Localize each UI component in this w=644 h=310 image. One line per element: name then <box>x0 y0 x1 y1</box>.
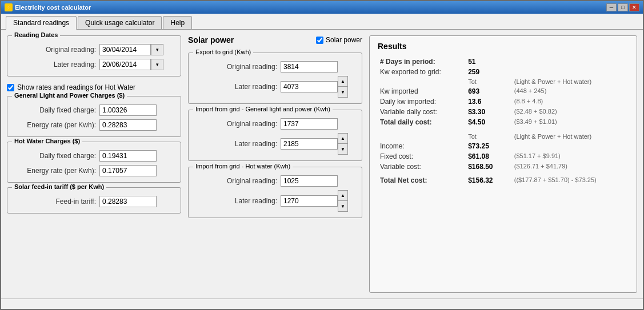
daily-fixed-charge-row: Daily fixed charge: <box>13 104 175 116</box>
solar-tariff-group: Solar feed-in tariff ($ per Kwh) Feed-in… <box>7 187 181 214</box>
hw-daily-fixed-input[interactable] <box>99 150 157 162</box>
hw-daily-fixed-label: Daily fixed charge: <box>13 152 96 160</box>
total-daily-detail: ($3.49 + $1.01) <box>512 117 629 127</box>
feed-in-row: Feed-in tariff: <box>13 196 175 207</box>
spacer-row-1 <box>378 127 629 132</box>
variable-cost-label: Variable cost: <box>378 162 466 172</box>
import-gen-later-row: Later reading: ▲ ▼ <box>194 133 356 155</box>
original-reading-date-input[interactable] <box>99 44 151 55</box>
import-gen-later-spinbuttons: ▲ ▼ <box>338 133 348 155</box>
tab-quick[interactable]: Quick usage calculator <box>78 16 162 29</box>
days-row: # Days in period: 51 <box>378 57 629 67</box>
import-hw-original-row: Original reading: <box>194 175 356 187</box>
feed-in-label: Feed-in tariff: <box>13 198 96 206</box>
fixed-cost-value: $61.08 <box>466 151 512 162</box>
hot-water-checkbox[interactable] <box>7 84 14 91</box>
solar-power-checkbox[interactable] <box>316 37 323 44</box>
hot-water-charges-label: Hot Water Charges ($) <box>12 138 82 144</box>
original-reading-calendar-button[interactable]: ▾ <box>151 44 163 55</box>
total-daily-row: Total daily cost: $4.50 ($3.49 + $1.01) <box>378 117 629 127</box>
results-table: # Days in period: 51 Kw exported to grid… <box>378 57 629 186</box>
daily-kw-detail: (8.8 + 4.8) <box>512 96 629 107</box>
hw-energy-rate-row: Energy rate (per Kwh): <box>13 165 175 176</box>
later-reading-calendar-button[interactable]: ▾ <box>151 59 163 70</box>
later-reading-label: Later reading: <box>13 61 96 69</box>
daily-kw-label: Daily kw imported: <box>378 96 466 107</box>
feed-in-input[interactable] <box>99 196 157 207</box>
original-reading-label: Original reading: <box>13 46 96 54</box>
income-row: Income: $73.25 <box>378 141 629 151</box>
fixed-cost-label: Fixed cost: <box>378 151 466 162</box>
import-hw-later-row: Later reading: ▲ ▼ <box>194 190 356 212</box>
import-gen-later-spin-up[interactable]: ▲ <box>338 134 347 144</box>
maximize-button[interactable]: □ <box>618 3 628 11</box>
energy-rate-input[interactable] <box>99 119 157 131</box>
minimize-button[interactable]: ─ <box>606 3 617 11</box>
total-net-label: Total Net cost: <box>378 175 466 186</box>
import-hw-later-input[interactable] <box>281 195 338 207</box>
tab-bar: Standard readings Quick usage calculator… <box>1 14 643 30</box>
days-value: 51 <box>466 57 512 67</box>
close-button[interactable]: ✕ <box>629 3 639 11</box>
import-gen-original-label: Original reading: <box>194 120 277 128</box>
status-bar <box>1 299 643 309</box>
export-later-spin-up[interactable]: ▲ <box>338 77 347 87</box>
main-window: ⚡ Electricity cost calculator ─ □ ✕ Stan… <box>0 0 644 310</box>
kw-imported-row: Kw imported 693 (448 + 245) <box>378 86 629 96</box>
export-group: Export to grid (Kwh) Original reading: L… <box>188 53 362 104</box>
daily-kw-row: Daily kw imported: 13.6 (8.8 + 4.8) <box>378 96 629 107</box>
hot-water-charges-group: Hot Water Charges ($) Daily fixed charge… <box>7 142 181 183</box>
later-reading-row: Later reading: ▾ <box>13 59 175 70</box>
daily-kw-value: 13.6 <box>466 96 512 107</box>
variable-daily-value: $3.30 <box>466 107 512 117</box>
title-bar-buttons: ─ □ ✕ <box>606 3 639 11</box>
kw-imported-label: Kw imported <box>378 86 466 96</box>
section-detail-header: (Light & Power + Hot water) <box>512 77 629 86</box>
window-icon: ⚡ <box>5 3 13 11</box>
solar-header: Solar power Solar power <box>188 35 362 45</box>
hot-water-checkbox-label: Show rates and readings for Hot Water <box>17 83 135 91</box>
later-reading-date-input[interactable] <box>99 59 151 70</box>
export-later-label: Later reading: <box>194 83 277 91</box>
total-net-row: Total Net cost: $156.32 (($177.87 + $51.… <box>378 175 629 186</box>
kw-exported-value: 259 <box>466 67 512 77</box>
reading-dates-label: Reading Dates <box>12 31 60 38</box>
total-daily-label: Total daily cost: <box>378 117 466 127</box>
export-label: Export to grid (Kwh) <box>193 49 253 55</box>
tab-help[interactable]: Help <box>163 16 192 29</box>
export-later-spin-down[interactable]: ▼ <box>338 87 347 97</box>
daily-fixed-charge-input[interactable] <box>99 104 157 116</box>
import-gen-later-label: Later reading: <box>194 140 277 148</box>
import-hw-label: Import from grid - Hot water (Kwh) <box>193 163 293 170</box>
general-charges-label: General Light and Power Charges ($) <box>12 92 127 99</box>
total-net-detail: (($177.87 + $51.70) - $73.25) <box>512 175 629 186</box>
import-gen-later-input[interactable] <box>281 138 338 150</box>
variable-cost-value: $168.50 <box>466 162 512 172</box>
import-hw-later-spin-down[interactable]: ▼ <box>338 201 347 211</box>
left-panel: Reading Dates Original reading: ▾ Later … <box>7 35 181 293</box>
import-hw-later-spin-up[interactable]: ▲ <box>338 191 347 201</box>
tab-standard[interactable]: Standard readings <box>6 16 77 30</box>
export-later-row: Later reading: ▲ ▼ <box>194 76 356 98</box>
days-label: # Days in period: <box>378 57 466 67</box>
import-hw-original-input[interactable] <box>281 175 338 187</box>
kw-exported-label: Kw exported to grid: <box>378 67 466 77</box>
kw-exported-row: Kw exported to grid: 259 <box>378 67 629 77</box>
window-title: Electricity cost calculator <box>15 4 606 11</box>
solar-tariff-label: Solar feed-in tariff ($ per Kwh) <box>12 183 106 190</box>
import-gen-original-input[interactable] <box>281 118 338 130</box>
variable-daily-detail: ($2.48 + $0.82) <box>512 107 629 117</box>
export-original-input[interactable] <box>281 61 338 73</box>
energy-rate-row: Energy rate (per Kwh): <box>13 119 175 131</box>
export-later-input[interactable] <box>281 81 338 92</box>
hw-daily-fixed-row: Daily fixed charge: <box>13 150 175 162</box>
reading-dates-group: Reading Dates Original reading: ▾ Later … <box>7 35 181 77</box>
hw-energy-rate-input[interactable] <box>99 165 157 176</box>
fixed-cost-detail: ($51.17 + $9.91) <box>512 151 629 162</box>
main-content: Reading Dates Original reading: ▾ Later … <box>1 30 643 299</box>
later-reading-input-wrapper: ▾ <box>99 59 163 70</box>
import-gen-later-spin-down[interactable]: ▼ <box>338 144 347 154</box>
general-charges-group: General Light and Power Charges ($) Dail… <box>7 96 181 137</box>
import-general-group: Import from grid - General light and pow… <box>188 110 362 161</box>
daily-fixed-charge-label: Daily fixed charge: <box>13 106 96 114</box>
